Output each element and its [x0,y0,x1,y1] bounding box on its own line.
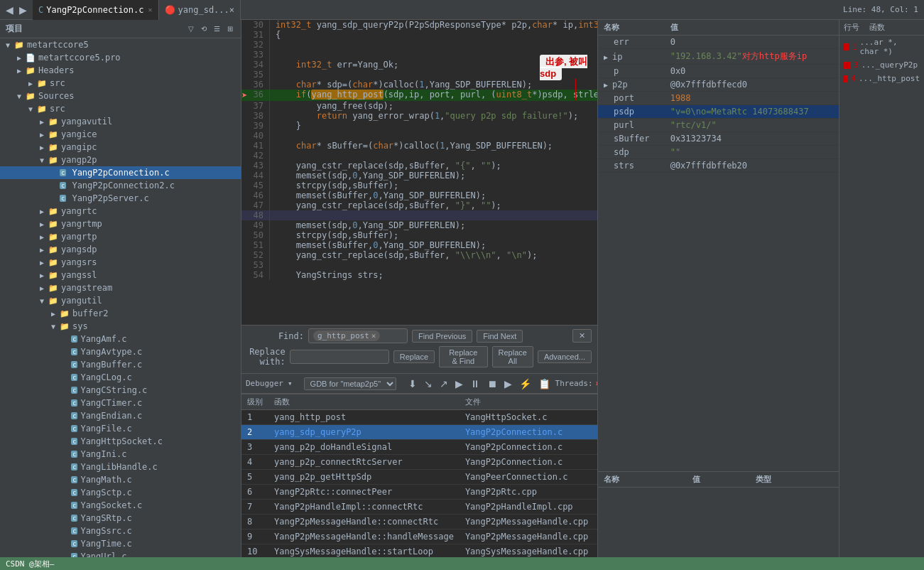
stack-row-10[interactable]: 10YangSysMessageHandle::startLoopYangSys… [241,544,597,558]
debugger-continue[interactable]: ▶ [453,377,465,391]
tree-item-yangsocket[interactable]: ▶cYangSocket.c [0,499,241,512]
tree-item-yangsrs[interactable]: ▶ 📁 yangsrs [0,256,241,269]
tree-item-buffer2[interactable]: ▶ 📁 buffer2 [0,307,241,320]
tree-item-yangini[interactable]: ▶cYangIni.c [0,448,241,461]
tree-item-yangfile[interactable]: ▶cYangFile.c [0,422,241,435]
yangipc-icon: 📁 [48,143,58,152]
tree-item-yangssl[interactable]: ▶ 📁 yangssl [0,269,241,281]
tree-item-yangrtp[interactable]: ▶ 📁 yangrtp [0,230,241,243]
find-tag-close[interactable]: ✕ [371,331,376,340]
tree-item-yanghttpsocket[interactable]: ▶cYangHttpSocket.c [0,435,241,448]
tree-item-yangsrtp[interactable]: ▶cYangSRtp.c [0,512,241,525]
var-row-8[interactable]: sdp"" [598,146,839,159]
var-row-5[interactable]: psdp"v=0\no=MetaRtc 14073688437 [598,105,839,119]
var-row-2[interactable]: p0x0 [598,65,839,78]
var-cell-name: err [598,36,665,49]
replace-find-button[interactable]: Replace & Find [439,346,487,367]
var-expand-arrow[interactable]: ▶ [604,53,612,61]
stack-cell-func: YangP2pRtc::connectPeer [268,485,460,500]
var-row-4[interactable]: port1988 [598,92,839,105]
tree-item-yangipc[interactable]: ▶ 📁 yangipc [0,141,241,154]
tree-item-sources[interactable]: ▼ 📁 Sources [0,90,241,102]
debugger-target-select[interactable]: GDB for "metap2p5" [304,377,396,390]
tree-item-src[interactable]: ▼ 📁 src [0,102,241,115]
buffer2-icon: 📁 [60,309,70,318]
stack-row-2[interactable]: 2yang_sdp_queryP2pYangP2pConnection.c36 [241,425,597,440]
tree-item-yangamf[interactable]: ▶cYangAmf.c [0,333,241,345]
stack-row-1[interactable]: 1yang_http_postYangHttpSocket.c67 [241,410,597,425]
tree-item-yangavtype[interactable]: ▶cYangAvtype.c [0,345,241,358]
replace-input[interactable] [290,350,389,364]
find-close-button[interactable]: ✕ [572,329,592,343]
tree-item-yangtime[interactable]: ▶cYangTime.c [0,537,241,550]
tree-item-yangrtmp[interactable]: ▶ 📁 yangrtmp [0,217,241,230]
replace-button[interactable]: Replace [393,350,435,363]
tree-label-yangice: yangice [61,129,97,139]
tree-item-yangp2pconnection2[interactable]: ▶ c YangP2pConnection2.c [0,179,241,192]
tree-item-src-h[interactable]: ▶ 📁 src [0,77,241,90]
tree-item-yangendian[interactable]: ▶cYangEndian.c [0,409,241,422]
tree-item-yangp2p[interactable]: ▼ 📁 yangp2p [0,154,241,166]
debugger-breakpoint[interactable]: ⚡ [517,377,533,391]
debugger-step-in[interactable]: ↘ [422,377,435,391]
tree-item-yangcstring[interactable]: ▶cYangCString.c [0,384,241,397]
tree-item-yangp2pserver[interactable]: ▶ c YangP2pServer.c [0,192,241,205]
debugger-clipboard[interactable]: 📋 [536,377,553,391]
sidebar-expand-button[interactable]: ⊞ [225,24,235,33]
tree-item-yangp2pconnection[interactable]: ▶ c YangP2pConnection.c [0,166,241,179]
replace-all-button[interactable]: Replace All [492,346,533,367]
tree-item-metartccore5[interactable]: ▼ 📁 metartccore5 [0,38,241,51]
stack-row-8[interactable]: 8YangP2pMessageHandle::connectRtcYangP2p… [241,515,597,529]
debugger-step-over[interactable]: ⬇ [406,377,419,391]
find-next-button[interactable]: Find Next [477,330,523,343]
tree-item-yangsdp[interactable]: ▶ 📁 yangsdp [0,243,241,256]
stack-cell-func: YangP2pHandleImpl::connectRtc [268,500,460,515]
tab-close-button[interactable]: ✕ [148,6,153,14]
tree-item-yangavutil[interactable]: ▶ 📁 yangavutil [0,115,241,128]
tree-item-yangstream[interactable]: ▶ 📁 yangstream [0,281,241,294]
tree-item-yangssrc[interactable]: ▶cYangSsrc.c [0,525,241,537]
debugger-run[interactable]: ▶ [502,377,514,391]
sidebar-menu-button[interactable]: ☰ [212,24,222,33]
var-row-3[interactable]: ▶ p2p@0x7fffdbffecd0 [598,78,839,92]
var-row-6[interactable]: purl"rtc/v1/" [598,119,839,132]
tab-back-button[interactable]: ◀ [3,3,16,17]
var-row-9[interactable]: strs@0x7fffdbffeb20 [598,159,839,173]
tree-item-yangrtc[interactable]: ▶ 📁 yangrtc [0,205,241,217]
advanced-button[interactable]: Advanced... [538,350,592,363]
var-row-7[interactable]: sBuffer0x31323734 [598,132,839,146]
tab-yang-p2p-connection[interactable]: C YangP2pConnection.c ✕ [33,0,159,20]
tree-item-yangutil[interactable]: ▼ 📁 yangutil [0,294,241,307]
debugger-pause[interactable]: ⏸ [468,377,482,391]
tree-item-sys[interactable]: ▼ 📁 sys [0,320,241,333]
stack-row-4[interactable]: 4yang_p2p_connectRtcServerYangP2pConnect… [241,455,597,470]
find-input[interactable] [380,331,394,341]
code-editor[interactable]: 出参, 被叫sdp 入参, 本地sdp 30 int32_t yang_sdp_… [241,20,597,325]
var-expand-arrow[interactable]: ▶ [604,81,612,89]
tree-item-yangctimer[interactable]: ▶cYangCTimer.c [0,397,241,409]
sidebar-link-button[interactable]: ⟲ [199,24,209,33]
stack-row-7[interactable]: 7YangP2pHandleImpl::connectRtcYangP2pHan… [241,500,597,515]
tree-item-yangclog[interactable]: ▶cYangCLog.c [0,371,241,384]
tree-item-yanglibhandle[interactable]: ▶cYangLibHandle.c [0,461,241,473]
stack-cell-level: 8 [241,515,268,529]
tab-forward-button[interactable]: ▶ [16,3,30,17]
find-previous-button[interactable]: Find Previous [412,330,472,343]
stack-row-9[interactable]: 9YangP2pMessageHandle::handleMessageYang… [241,529,597,544]
var-row-1[interactable]: ▶ ip"192.168.3.42"对方http服务ip [598,49,839,65]
var-row-0[interactable]: err0 [598,36,839,49]
tree-item-yangmath[interactable]: ▶cYangMath.c [0,473,241,486]
stack-row-6[interactable]: 6YangP2pRtc::connectPeerYangP2pRtc.cpp21… [241,485,597,500]
debugger-step-out[interactable]: ↗ [437,377,450,391]
tree-item-yangbuffer[interactable]: ▶cYangBuffer.c [0,358,241,371]
stack-row-5[interactable]: 5yang_p2p_getHttpSdpYangPeerConnection.c… [241,470,597,485]
tree-item-metartccore5pro[interactable]: ▶ 📄 metartccore5.pro [0,51,241,64]
tree-item-yangsctp[interactable]: ▶cYangSctp.c [0,486,241,499]
sidebar-filter-button[interactable]: ▽ [186,24,196,33]
stack-row-3[interactable]: 3yang_p2p_doHandleSignalYangP2pConnectio… [241,440,597,455]
tree-item-headers[interactable]: ▶ 📁 Headers [0,64,241,77]
tree-item-yangice[interactable]: ▶ 📁 yangice [0,128,241,141]
tab-yang-sd[interactable]: 🔴 yang_sd...× [159,0,241,20]
debugger-stop[interactable]: ⏹ [485,377,499,391]
tree-item-yangurl[interactable]: ▶cYangUrl.c [0,550,241,557]
